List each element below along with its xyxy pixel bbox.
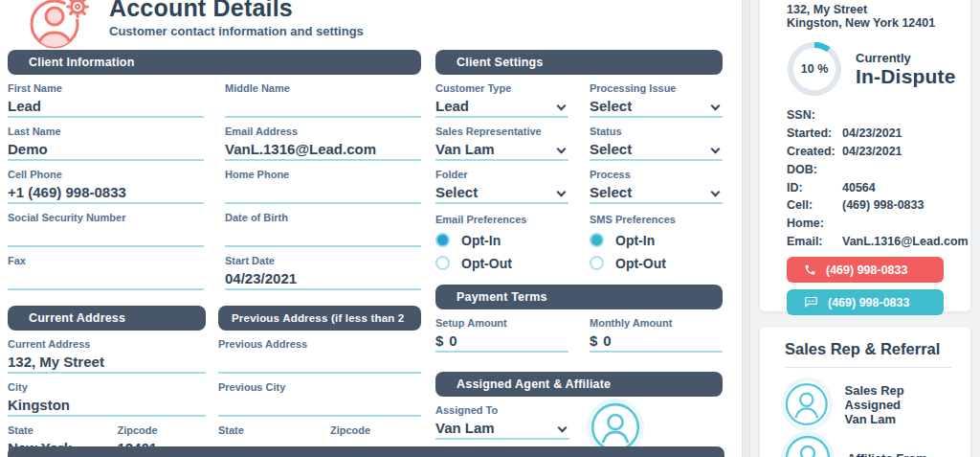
dispute-status-line2: In-Dispute	[856, 65, 956, 88]
setup-amount-label: Setup Amount	[435, 317, 568, 329]
email-preferences-label: Email Preferences	[435, 214, 568, 225]
sales-representative-value: Van Lam	[435, 141, 495, 157]
summary-address-line1: 132, My Street	[787, 3, 957, 16]
detail-label: ID:	[787, 181, 842, 194]
call-phone-button[interactable]: (469) 998-0833	[787, 257, 944, 283]
sms-opt-out-label: Opt-Out	[615, 256, 666, 271]
client-settings-dropdowns: Customer Type Lead Processing Issue Sele…	[435, 75, 723, 204]
account-person-gear-icon	[27, 0, 96, 50]
cell-phone-field: Cell Phone +1 (469) 998-0833	[8, 169, 204, 204]
fax-input[interactable]	[8, 269, 204, 290]
ssn-field: Social Security Number	[8, 212, 204, 247]
email-opt-out-option[interactable]: Opt-Out	[435, 255, 568, 271]
first-name-input[interactable]: Lead	[8, 97, 204, 118]
detail-label: DOB:	[787, 163, 842, 176]
client-information-fields: First Name Lead Middle Name Last Name De…	[8, 75, 421, 290]
chevron-down-icon	[711, 102, 721, 111]
zipcode-label: Zipcode	[118, 424, 207, 436]
sms-button-label: (469) 998-0833	[828, 296, 909, 309]
status-label: Status	[590, 126, 723, 137]
page-header: Account Details Customer contact informa…	[27, 0, 364, 50]
dispute-percent: 10 %	[787, 41, 842, 97]
process-field: Process Select	[590, 169, 723, 204]
dob-input[interactable]	[225, 226, 421, 247]
sales-rep-referral-title: Sales Rep & Referral	[785, 340, 951, 368]
detail-label: SSN:	[787, 108, 842, 122]
current-address-input[interactable]: 132, My Street	[8, 353, 206, 374]
process-select[interactable]: Select	[590, 183, 723, 204]
customer-type-select[interactable]: Lead	[435, 97, 568, 118]
send-sms-button[interactable]: (469) 998-0833	[787, 289, 944, 315]
sales-representative-field: Sales Representative Van Lam	[435, 126, 568, 161]
page-subtitle: Customer contact information and setting…	[109, 24, 364, 38]
client-summary-card: 132, My Street Kingston, New York 12401 …	[759, 0, 971, 312]
detail-value: 04/23/2021	[842, 145, 902, 158]
vertical-scrollbar[interactable]	[742, 0, 750, 457]
current-address-panel: Current Address Current Address 132, My …	[8, 306, 206, 457]
detail-row-started: Started: 04/23/2021	[787, 125, 957, 143]
status-select[interactable]: Select	[590, 140, 723, 161]
chevron-down-icon	[711, 188, 721, 197]
previous-address-label: Previous Address	[218, 338, 421, 350]
previous-address-header: Previous Address (if less than 2 yrs)	[218, 306, 421, 331]
sales-rep-assigned-label: Sales Rep Assigned	[845, 383, 957, 412]
detail-row-email: Email: VanL.1316@Lead.com	[787, 233, 957, 251]
cell-phone-input[interactable]: +1 (469) 998-0833	[8, 183, 204, 204]
setup-amount-input[interactable]: $ 0	[435, 331, 568, 353]
middle-name-input[interactable]	[225, 97, 421, 118]
detail-label: Email:	[787, 235, 842, 248]
fax-label: Fax	[8, 255, 204, 266]
status-field: Status Select	[590, 126, 723, 161]
sms-opt-in-option[interactable]: Opt-In	[590, 232, 723, 248]
detail-row-dob: DOB:	[787, 160, 957, 178]
assigned-to-select[interactable]: Van Lam	[435, 419, 569, 440]
folder-select[interactable]: Select	[435, 183, 568, 204]
preferences-row: Email Preferences Opt-In Opt-Out SMS Pre…	[435, 214, 723, 271]
dispute-status-text: Currently In-Dispute	[856, 51, 956, 88]
page-header-text: Account Details Customer contact informa…	[109, 0, 364, 38]
folder-label: Folder	[435, 169, 568, 180]
monthly-amount-input[interactable]: $ 0	[590, 331, 723, 353]
email-address-input[interactable]: VanL.1316@Lead.com	[225, 140, 421, 161]
ssn-input[interactable]	[8, 226, 204, 247]
client-settings-panel: Client Settings Customer Type Lead Proce…	[435, 50, 723, 457]
start-date-input[interactable]: 04/23/2021	[225, 269, 421, 290]
chevron-down-icon	[558, 423, 568, 433]
sms-opt-out-option[interactable]: Opt-Out	[590, 255, 723, 271]
city-input[interactable]: Kingston	[8, 396, 206, 417]
sales-rep-item: Sales Rep Assigned Van Lam	[785, 381, 957, 427]
assigned-to-row: Assigned To Van Lam	[435, 397, 723, 452]
client-information-header: Client Information	[8, 50, 421, 75]
right-sidebar: 132, My Street Kingston, New York 12401 …	[750, 0, 980, 457]
email-opt-in-option[interactable]: Opt-In	[435, 232, 568, 248]
detail-label: Cell:	[787, 198, 842, 212]
payment-terms-fields: Setup Amount $ 0 Monthly Amount $ 0	[435, 309, 723, 353]
assigned-to-label: Assigned To	[435, 404, 569, 416]
email-address-field: Email Address VanL.1316@Lead.com	[225, 126, 421, 161]
detail-row-created: Created: 04/23/2021	[787, 143, 957, 161]
sales-representative-label: Sales Representative	[435, 126, 568, 137]
detail-label: Home:	[787, 217, 842, 230]
home-phone-input[interactable]	[225, 183, 421, 204]
radio-selected-icon[interactable]	[435, 233, 450, 247]
dispute-donut-chart: 10 %	[787, 41, 842, 97]
previous-city-input[interactable]	[218, 396, 421, 417]
assigned-to-value: Van Lam	[435, 420, 495, 436]
radio-unselected-icon[interactable]	[435, 256, 450, 270]
email-preferences-group: Email Preferences Opt-In Opt-Out	[435, 214, 568, 271]
chevron-down-icon	[711, 145, 721, 154]
previous-zipcode-label: Zipcode	[330, 424, 421, 436]
last-name-input[interactable]: Demo	[8, 140, 204, 161]
processing-issue-field: Processing Issue Select	[590, 82, 723, 118]
process-label: Process	[590, 169, 723, 180]
middle-name-label: Middle Name	[225, 82, 421, 94]
affiliate-from-avatar-icon	[785, 435, 831, 457]
status-value: Select	[590, 141, 632, 157]
previous-address-input[interactable]	[218, 353, 421, 374]
email-address-label: Email Address	[225, 126, 421, 137]
radio-unselected-icon[interactable]	[590, 256, 604, 270]
radio-selected-icon[interactable]	[590, 233, 604, 247]
sales-representative-select[interactable]: Van Lam	[435, 140, 568, 161]
processing-issue-select[interactable]: Select	[590, 97, 723, 118]
sms-preferences-group: SMS Preferences Opt-In Opt-Out	[590, 214, 723, 271]
